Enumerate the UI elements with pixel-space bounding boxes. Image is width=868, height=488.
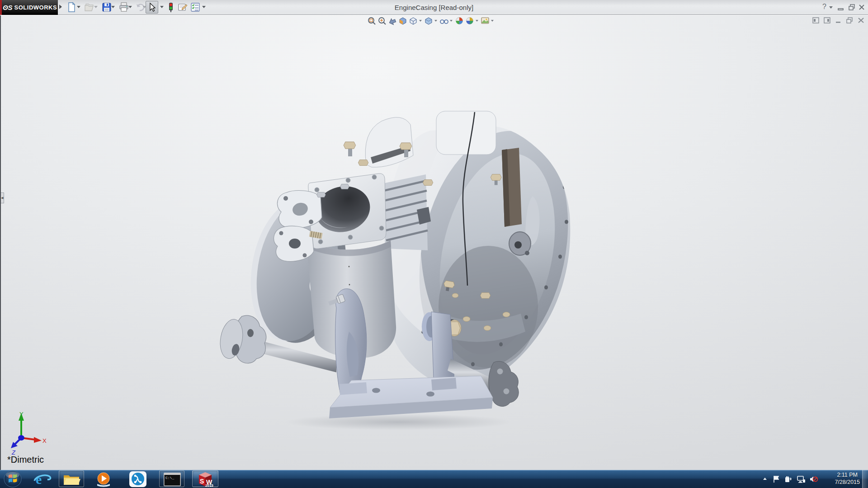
display-style-icon[interactable] <box>424 16 433 25</box>
taskbar-clock[interactable]: 2:11 PM 7/28/2015 <box>835 471 860 486</box>
mdi-close-icon[interactable] <box>858 17 864 23</box>
clock-time: 2:11 PM <box>835 471 860 479</box>
triad-y-label: Y <box>19 411 24 418</box>
apply-scene-dropdown[interactable] <box>476 20 478 22</box>
folder-icon <box>62 472 80 487</box>
command-prompt-icon: C:\_ <box>163 472 181 487</box>
document-window-controls <box>812 17 864 23</box>
internet-explorer-icon[interactable]: e <box>33 471 52 487</box>
help-icon[interactable]: ? <box>822 3 826 11</box>
heads-up-toolbar <box>367 16 496 25</box>
pane-left-icon[interactable] <box>812 17 819 23</box>
restore-button[interactable] <box>848 4 855 11</box>
solidworks-taskbar-button[interactable]: S W 2015 <box>192 470 218 487</box>
hide-show-items-icon[interactable] <box>439 16 448 25</box>
svg-text:2015: 2015 <box>205 483 213 487</box>
svg-text:e: e <box>36 472 42 487</box>
cooling-fins <box>383 174 431 250</box>
close-button[interactable] <box>858 4 865 11</box>
mdi-minimize-icon[interactable] <box>835 17 842 23</box>
feature-manager-collapsed-tab[interactable]: ◀ <box>1 192 4 203</box>
previous-view-icon[interactable] <box>388 16 397 25</box>
minimize-button[interactable] <box>837 4 844 11</box>
document-title: EngineCasing [Read-only] <box>0 4 868 11</box>
blue-branch-app-icon[interactable] <box>129 471 147 488</box>
svg-text:C:\_: C:\_ <box>165 476 174 480</box>
graphics-viewport[interactable]: Y X Z <box>0 15 868 470</box>
clock-date: 7/28/2015 <box>835 479 860 486</box>
system-tray <box>761 470 818 488</box>
mdi-restore-icon[interactable] <box>846 17 853 23</box>
action-center-flag-icon[interactable] <box>773 475 780 483</box>
section-view-icon[interactable] <box>398 16 407 25</box>
view-orientation-dropdown[interactable] <box>419 20 422 22</box>
pane-right-icon[interactable] <box>824 17 830 23</box>
windows-explorer-button[interactable] <box>59 470 84 487</box>
triad-x-label: X <box>42 437 47 444</box>
windows-taskbar: e C:\_ S W 2015 <box>0 470 868 488</box>
start-button[interactable] <box>4 470 22 488</box>
view-orientation-label: *Dimetric <box>7 455 44 465</box>
view-orientation-icon[interactable] <box>409 16 418 25</box>
engine-casing-model: Y X Z <box>1 15 868 470</box>
network-icon[interactable] <box>797 475 805 483</box>
hidden-icons-arrow[interactable] <box>761 475 769 483</box>
apply-scene-icon[interactable] <box>465 16 474 25</box>
hide-show-items-dropdown[interactable] <box>450 20 453 22</box>
svg-text:S: S <box>200 478 204 485</box>
power-plug-icon[interactable] <box>784 475 793 483</box>
show-desktop-button[interactable] <box>862 470 868 488</box>
zoom-to-area-icon[interactable] <box>377 16 387 25</box>
display-style-dropdown[interactable] <box>434 20 437 22</box>
volume-muted-icon[interactable] <box>809 475 818 483</box>
solidworks-app-icon: S W 2015 <box>196 471 214 487</box>
zoom-to-fit-icon[interactable] <box>367 16 376 25</box>
command-prompt-button[interactable]: C:\_ <box>159 470 184 487</box>
help-dropdown[interactable] <box>829 6 833 9</box>
media-player-icon[interactable] <box>95 471 112 487</box>
title-bar: ʘS SOLIDWORKS <box>0 0 868 15</box>
edit-appearance-icon[interactable] <box>455 16 464 25</box>
view-settings-icon[interactable] <box>481 16 490 25</box>
view-settings-dropdown[interactable] <box>491 20 494 22</box>
